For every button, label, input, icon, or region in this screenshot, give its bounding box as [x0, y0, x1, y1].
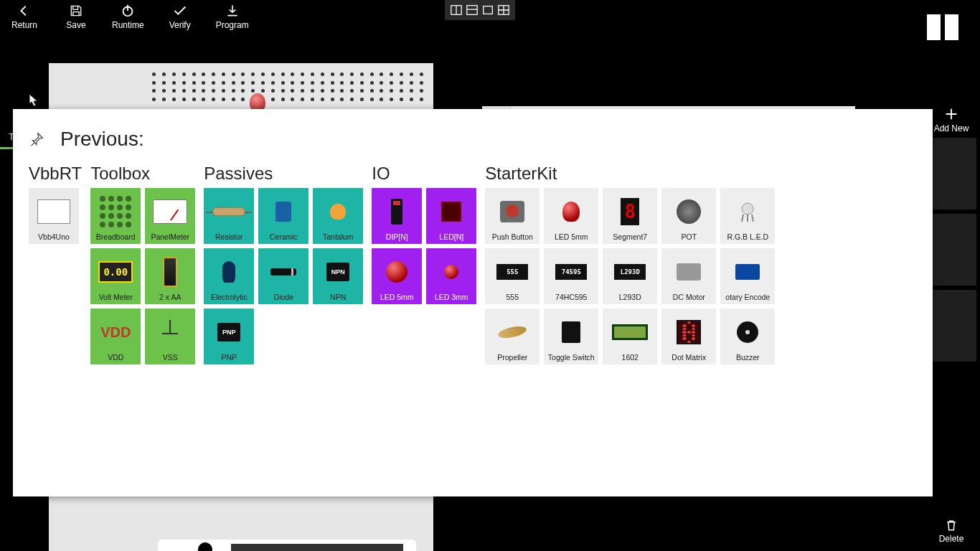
tile-pot[interactable]: POT	[661, 188, 716, 244]
titlebar-view-controls	[445, 0, 515, 20]
breadboard-strip	[49, 63, 433, 108]
tile-npn[interactable]: NPNNPN	[313, 248, 363, 304]
category-starterkit: StarterKit Push Button LED 5mm 8Segment7…	[485, 164, 775, 364]
tile-vbb4uno[interactable]: Vbb4Uno	[29, 188, 79, 244]
tile-1602[interactable]: 1602	[603, 309, 657, 364]
svg-rect-4	[484, 6, 493, 14]
tile-propeller[interactable]: Propeller	[485, 309, 540, 364]
tile-pnp[interactable]: PNPPNP	[204, 309, 254, 364]
program-button[interactable]: Program	[216, 3, 249, 30]
previous-label: Previous:	[60, 128, 144, 151]
arduino-board-footprint[interactable]	[158, 540, 416, 551]
svg-line-11	[752, 215, 753, 222]
return-button[interactable]: Return	[9, 3, 40, 30]
tile-toggleswitch[interactable]: Toggle Switch	[544, 309, 598, 364]
verify-button[interactable]: Verify	[164, 3, 196, 30]
tile-vss[interactable]: VSS	[145, 309, 195, 364]
tile-rgbled[interactable]: R.G.B L.E.D	[720, 188, 775, 244]
category-row: VbbRT Vbb4Uno Toolbox Breadboard PanelMe…	[29, 164, 917, 364]
palette-slot-3[interactable]	[926, 290, 976, 362]
tile-2xaa[interactable]: 2 x AA	[145, 248, 195, 304]
category-vbbrt: VbbRT Vbb4Uno	[29, 164, 82, 244]
tile-led3mm[interactable]: LED 3mm	[426, 248, 476, 304]
tile-panelmeter[interactable]: PanelMeter	[145, 188, 195, 244]
add-new-button[interactable]: Add New	[934, 106, 969, 133]
tile-tantalum[interactable]: Tantalum	[313, 188, 363, 244]
toolbar-group: Return Save Runtime Verify Program	[9, 3, 249, 30]
svg-point-8	[742, 203, 753, 215]
tile-ceramic[interactable]: Ceramic	[258, 188, 308, 244]
layout-icon-3[interactable]	[481, 3, 495, 17]
pin-icon[interactable]	[29, 131, 44, 147]
tile-electrolytic[interactable]: Electrolytic	[204, 248, 254, 304]
category-passives: Passives Resistor Ceramic Tantalum Elect…	[204, 164, 363, 364]
tile-dipn[interactable]: DIP[N]	[372, 188, 422, 244]
top-toolbar: Return Save Runtime Verify Program	[0, 0, 980, 43]
tile-led5mm-io[interactable]: LED 5mm	[372, 248, 422, 304]
tile-pushbutton[interactable]: Push Button	[485, 188, 540, 244]
tile-l293d[interactable]: L293DL293D	[603, 248, 657, 304]
tile-dotmatrix[interactable]: Dot Matrix	[661, 309, 716, 364]
breadboard-holes	[149, 70, 426, 103]
check-icon	[172, 3, 188, 19]
svg-rect-3	[467, 6, 477, 15]
tile-rotaryencoder[interactable]: otary Encode	[720, 248, 775, 304]
toolbox-panel: Previous: VbbRT Vbb4Uno Toolbox Breadboa…	[13, 109, 933, 496]
tile-led5mm-sk[interactable]: LED 5mm	[544, 188, 598, 244]
category-io: IO DIP[N] LED[N] LED 5mm LED 3mm	[372, 164, 476, 304]
tile-diode[interactable]: Diode	[258, 248, 308, 304]
download-icon	[225, 3, 240, 19]
palette-slot-2[interactable]	[926, 214, 976, 286]
power-icon	[120, 3, 136, 19]
save-icon	[68, 3, 84, 19]
tile-resistor[interactable]: Resistor	[204, 188, 254, 244]
tile-vdd[interactable]: VDD VDD	[90, 309, 141, 364]
layout-icon-4[interactable]	[496, 3, 511, 17]
tile-breadboard[interactable]: Breadboard	[90, 188, 141, 244]
category-toolbox: Toolbox Breadboard PanelMeter 0.00 Volt …	[90, 164, 195, 364]
arrow-left-icon	[17, 3, 32, 19]
palette-slot-1[interactable]	[926, 138, 976, 209]
layout-icon-2[interactable]	[465, 3, 479, 17]
tile-voltmeter[interactable]: 0.00 Volt Meter	[90, 248, 141, 304]
tile-dcmotor[interactable]: DC Motor	[661, 248, 716, 304]
tile-555[interactable]: 555555	[485, 248, 540, 304]
layout-icon-1[interactable]	[449, 3, 463, 17]
tile-ledn[interactable]: LED[N]	[426, 188, 476, 244]
tile-segment7[interactable]: 8Segment7	[603, 188, 657, 244]
tile-buzzer[interactable]: Buzzer	[720, 309, 775, 364]
runtime-button[interactable]: Runtime	[112, 3, 144, 30]
save-button[interactable]: Save	[60, 3, 92, 30]
svg-line-9	[742, 215, 743, 222]
split-view-toggle[interactable]	[927, 14, 958, 40]
delete-button[interactable]: Delete	[939, 518, 964, 544]
previous-row: Previous:	[29, 128, 917, 151]
tile-74hc595[interactable]: 7459574HC595	[544, 248, 598, 304]
